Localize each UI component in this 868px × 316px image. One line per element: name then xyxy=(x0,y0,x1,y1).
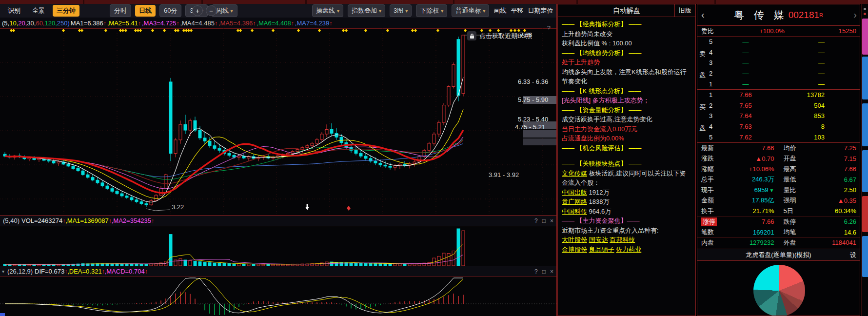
three-chart-dropdown[interactable]: 3图▾ xyxy=(390,4,412,17)
prev-stock-icon[interactable]: ‹ xyxy=(701,9,705,20)
exright-dropdown[interactable]: 下除权▾ xyxy=(416,4,447,17)
stock-link[interactable]: 金博股份 xyxy=(562,246,587,253)
zoom-in-button[interactable]: + xyxy=(192,5,203,16)
analysis-line: 贵广网络 1838万 xyxy=(562,197,691,207)
sell-orderbook: 卖盘 5——4——3——2——1—— xyxy=(697,37,860,90)
macd-chart[interactable] xyxy=(0,276,556,316)
sell-row[interactable]: 1—— xyxy=(697,79,860,89)
trade-line-dropdown[interactable]: 操盘线▾ xyxy=(312,4,343,17)
sell-row[interactable]: 4—— xyxy=(697,47,860,58)
analysis-line: 当日主力资金流入0.00万元 xyxy=(562,124,691,134)
stat-跌停: 跌停6.26 xyxy=(779,217,860,227)
sell-row[interactable]: 3—— xyxy=(697,58,860,68)
kline-chart[interactable] xyxy=(0,28,556,215)
corner-widget xyxy=(0,313,5,316)
stock-link[interactable]: 中国出版 xyxy=(562,189,587,196)
side-tab-0[interactable] xyxy=(862,19,868,55)
analysis-line: 近期市场主力资金重点介入品种有: xyxy=(562,226,691,236)
stock-link[interactable]: 中国科传 xyxy=(562,208,587,215)
analysis-content: —— 【经典指标分析】 ——上升趋势尚未改变获利盘比例值 % : 100.00—… xyxy=(558,17,695,254)
stat-总手: 总手246.3万 xyxy=(697,175,779,185)
tab-60min[interactable]: 60分 xyxy=(159,4,181,17)
side-tab-3[interactable] xyxy=(862,150,868,192)
buy-orderbook: 买盘 17.661378227.6550437.6485347.63857.62… xyxy=(697,90,860,143)
stat-量比: 量比2.50 xyxy=(779,185,860,196)
chevron-down-icon: ▾ xyxy=(337,8,339,14)
stock-link[interactable]: 贵广网络 xyxy=(562,198,587,205)
sell-row[interactable]: 5—— xyxy=(697,37,860,47)
stock-code: 002181 xyxy=(789,10,819,20)
indicator-collapse-icon[interactable]: ▾ xyxy=(2,269,4,274)
analysis-line: —— 【关联板块热点】 —— xyxy=(562,159,691,169)
recognize-button[interactable]: 识别 xyxy=(4,5,24,17)
buy-row[interactable]: 27.65504 xyxy=(697,100,860,111)
buy-row[interactable]: 57.62103 xyxy=(697,132,860,142)
stock-link[interactable]: 国安达 xyxy=(589,236,608,243)
stat-均价: 均价7.25 xyxy=(779,143,860,154)
chevron-down-icon: ▾ xyxy=(231,8,233,14)
stat-外盘: 外盘1184041 xyxy=(779,237,860,248)
old-version-button[interactable]: 旧版 xyxy=(674,4,695,17)
stat-涨跌: 涨跌▲0.70 xyxy=(697,154,779,164)
sell-row[interactable]: 2—— xyxy=(697,68,860,79)
quote-stats: 最新7.66均价7.25涨跌▲0.70开盘7.15涨幅+10.06%最高7.66… xyxy=(697,143,860,248)
stock-name: 粤 传 媒 xyxy=(734,8,788,22)
buy-row[interactable]: 17.6613782 xyxy=(697,90,860,100)
chevron-down-icon: ▾ xyxy=(441,8,443,14)
panel-close-icon[interactable]: × xyxy=(550,217,553,224)
stock-link[interactable]: 文化传媒 xyxy=(562,170,587,177)
buy-row[interactable]: 47.638 xyxy=(697,121,860,132)
side-tab-strip xyxy=(861,4,868,316)
side-tab-5[interactable] xyxy=(862,236,868,277)
analysis-line: —— 【K 线形态分析】 —— xyxy=(562,86,691,96)
gap-label: 5.23 - 5.40 xyxy=(518,116,548,123)
stock-link[interactable]: 良品铺子 xyxy=(589,246,614,253)
side-tab-4[interactable] xyxy=(862,196,868,232)
draw-line-button[interactable]: 画线 xyxy=(493,6,506,15)
settings-button[interactable]: 设 xyxy=(850,251,856,259)
analysis-line: 中国出版 1912万 xyxy=(562,188,691,198)
analysis-line: —— 【均线趋势分析】 —— xyxy=(562,48,691,58)
volume-chart[interactable] xyxy=(0,226,556,266)
analysis-header: 自动解盘 旧版 xyxy=(558,4,695,17)
panel-maximize-icon[interactable]: □ xyxy=(542,217,546,224)
buy-row[interactable]: 37.64853 xyxy=(697,111,860,121)
stat-换手: 换手21.71% xyxy=(697,206,779,217)
stock-link[interactable]: 百邦科技 xyxy=(610,236,635,243)
stock-link[interactable]: 大叶股份 xyxy=(562,236,587,243)
pan-button[interactable]: 平移 xyxy=(511,6,523,15)
stat-涨幅: 涨幅+10.06% xyxy=(697,164,779,175)
up-arrow-icon: ↑ xyxy=(176,20,179,27)
side-tab-1[interactable] xyxy=(862,57,868,99)
panorama-button[interactable]: 全景 xyxy=(28,5,49,17)
index-overlay-dropdown[interactable]: 指数叠加▾ xyxy=(348,4,385,17)
chevron-down-icon: ▾ xyxy=(483,8,485,14)
coordinate-dropdown[interactable]: 普通坐标▾ xyxy=(452,4,489,17)
next-stock-icon[interactable]: › xyxy=(853,9,857,20)
panel-close-icon[interactable]: × xyxy=(550,268,553,275)
strip-dot-icon xyxy=(864,13,866,15)
stat-均笔: 均笔14.6 xyxy=(779,227,860,237)
chart-column: 识别 全景 三分钟 分时 日线 60分 30分 周线 ▾ + − 操盘线▾ 指数… xyxy=(0,4,557,316)
quote-header: ‹ 粤 传 媒 002181 R › xyxy=(697,4,860,26)
help-icon[interactable]: ? xyxy=(547,24,551,32)
strip-dot-icon xyxy=(864,8,866,10)
side-tab-2[interactable] xyxy=(862,103,868,146)
up-arrow-icon: ↑ xyxy=(138,20,141,27)
stock-link[interactable]: 佐力药业 xyxy=(616,246,641,253)
tab-daily[interactable]: 日线 xyxy=(135,5,156,17)
weicha-value: 15250 xyxy=(814,27,860,35)
zoom-out-button[interactable]: − xyxy=(206,5,217,16)
up-arrow-icon: ↑ xyxy=(151,217,154,224)
panel-help-icon[interactable]: ? xyxy=(534,268,538,275)
ma-indicator-row: (5,10,20,30,60,120,250) MA1=6.386↑ ,MA2=… xyxy=(0,18,556,29)
stat-最新: 最新7.66 xyxy=(697,143,779,154)
panel-maximize-icon[interactable]: □ xyxy=(542,268,546,275)
three-minute-button[interactable]: 三分钟 xyxy=(53,5,79,17)
low-price-label: 3.22 xyxy=(172,203,184,211)
analysis-line: 均线多头向上发散，注意K线形态和股价运行节奏变化 xyxy=(562,67,691,86)
auto-analysis-panel: 自动解盘 旧版 —— 【经典指标分析】 ——上升趋势尚未改变获利盘比例值 % :… xyxy=(557,4,696,316)
tab-intraday[interactable]: 分时 xyxy=(110,4,131,17)
panel-help-icon[interactable]: ? xyxy=(534,217,538,224)
date-locate-button[interactable]: 日期定位 xyxy=(528,6,553,15)
